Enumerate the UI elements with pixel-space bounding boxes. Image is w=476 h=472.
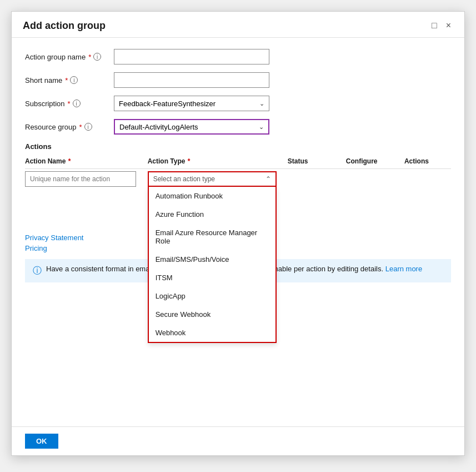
dialog-header: Add action group □ × xyxy=(12,12,464,38)
action-type-placeholder: Select an action type xyxy=(153,175,215,183)
header-icons: □ × xyxy=(429,19,453,32)
required-star: * xyxy=(88,53,91,61)
col-header-actions: Actions xyxy=(404,155,451,169)
action-type-cell: Select an action type ⌃ Automation Runbo… xyxy=(148,169,288,190)
dropdown-item-secure-webhook[interactable]: Secure Webhook xyxy=(149,305,275,324)
dialog-footer: OK xyxy=(12,426,464,455)
add-action-group-dialog: Add action group □ × Action group name *… xyxy=(11,11,465,456)
status-cell xyxy=(288,169,346,190)
subscription-chevron-icon: ⌄ xyxy=(259,100,264,107)
short-name-label: Short name * i xyxy=(25,76,114,85)
action-type-chevron-icon: ⌃ xyxy=(265,175,271,183)
action-name-cell xyxy=(25,169,148,190)
action-name-input[interactable] xyxy=(25,171,136,187)
col-header-action-type: Action Type * xyxy=(148,155,288,169)
action-type-dropdown-menu: Automation Runbook Azure Function Email … xyxy=(148,187,277,343)
close-button[interactable]: × xyxy=(444,19,453,32)
required-star-4: * xyxy=(79,123,82,131)
table-row: Select an action type ⌃ Automation Runbo… xyxy=(25,169,451,190)
actions-table: Action Name * Action Type * Status Confi… xyxy=(25,155,451,189)
dropdown-item-webhook[interactable]: Webhook xyxy=(149,324,275,342)
dialog-title: Add action group xyxy=(23,20,106,32)
actions-section-label: Actions xyxy=(25,142,451,151)
required-star-2: * xyxy=(65,76,68,85)
required-star-3: * xyxy=(68,100,71,108)
action-group-name-label: Action group name * i xyxy=(25,53,114,61)
short-name-row: Short name * i xyxy=(25,72,451,88)
dropdown-item-email-sms-push-voice[interactable]: Email/SMS/Push/Voice xyxy=(149,250,275,269)
resource-group-chevron-icon: ⌄ xyxy=(259,123,264,131)
ok-button[interactable]: OK xyxy=(25,434,58,449)
subscription-info-icon[interactable]: i xyxy=(73,100,81,107)
action-group-name-info-icon[interactable]: i xyxy=(93,53,101,61)
info-banner-icon: ⓘ xyxy=(33,265,42,277)
resource-group-row: Resource group * i Default-ActivityLogAl… xyxy=(25,119,451,135)
dropdown-item-azure-function[interactable]: Azure Function xyxy=(149,205,275,223)
resource-group-info-icon[interactable]: i xyxy=(84,123,92,131)
dropdown-item-logicapp[interactable]: LogicApp xyxy=(149,287,275,305)
dialog-body: Action group name * i Short name * i Sub… xyxy=(12,38,464,426)
action-type-select[interactable]: Select an action type ⌃ xyxy=(148,171,277,187)
learn-more-link[interactable]: Learn more xyxy=(385,265,422,273)
action-group-name-input[interactable] xyxy=(114,49,269,64)
resource-group-label: Resource group * i xyxy=(25,123,114,131)
col-header-configure: Configure xyxy=(346,155,404,169)
col-header-action-name: Action Name * xyxy=(25,155,148,169)
short-name-info-icon[interactable]: i xyxy=(70,76,78,84)
dropdown-item-automation-runbook[interactable]: Automation Runbook xyxy=(149,187,275,205)
col-header-status: Status xyxy=(288,155,346,169)
dropdown-item-itsm[interactable]: ITSM xyxy=(149,269,275,287)
minimize-button[interactable]: □ xyxy=(429,19,439,32)
subscription-label: Subscription * i xyxy=(25,100,114,108)
action-type-dropdown-container: Select an action type ⌃ Automation Runbo… xyxy=(148,171,277,187)
configure-cell xyxy=(346,169,404,190)
subscription-select[interactable]: Feedback-FeatureSynthesizer ⌄ xyxy=(114,96,269,111)
action-group-name-row: Action group name * i xyxy=(25,49,451,64)
subscription-row: Subscription * i Feedback-FeatureSynthes… xyxy=(25,96,451,111)
dropdown-item-email-arm-role[interactable]: Email Azure Resource Manager Role xyxy=(149,223,275,250)
actions-cell xyxy=(404,169,451,190)
resource-group-select[interactable]: Default-ActivityLogAlerts ⌄ xyxy=(114,119,269,135)
short-name-input[interactable] xyxy=(114,72,269,88)
